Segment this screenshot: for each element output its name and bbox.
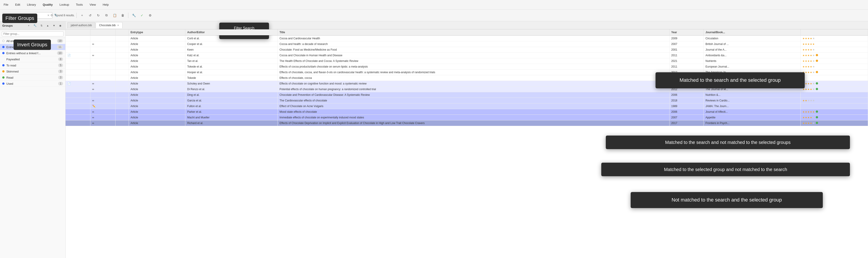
toolbar-add-btn[interactable]: ＋ [79, 12, 86, 19]
row-stars: ★★★★★ [800, 121, 868, 126]
menu-edit[interactable]: Edit [14, 2, 22, 7]
search-icon: 🔍 [5, 13, 8, 17]
menu-view[interactable]: View [88, 2, 97, 7]
row-icon2: ∞ [90, 121, 115, 126]
toolbar-settings-btn[interactable]: 🔧 [130, 12, 137, 19]
col-author[interactable]: Author/Editor [185, 29, 278, 35]
toolbar-gear-btn[interactable]: ⚙ [147, 12, 154, 19]
row-icon2 [90, 75, 115, 81]
group-item-skimmed[interactable]: Skimmed 3 [0, 68, 65, 74]
group-label-to-read: To read [6, 64, 58, 67]
search-box[interactable]: 🔍 ✕ ⚙ 🔧 [3, 12, 53, 19]
row-author: Scholey and Owen [185, 81, 278, 87]
group-item-all-entries[interactable]: All entries 19 [0, 38, 65, 44]
row-author: Tokede et al. [185, 64, 278, 70]
group-count-paywalled: 8 [58, 57, 63, 61]
group-label-no-file: Entries without a linked f... [6, 52, 57, 55]
sidebar-up-btn[interactable]: ▲ [45, 23, 51, 28]
search-clear-icon[interactable]: ✕ [47, 14, 50, 17]
col-icons3 [115, 29, 129, 35]
table-row[interactable]: Article Ding et al. Chocolate and Preven… [66, 92, 868, 98]
row-journal: Nutrition &... [704, 92, 801, 98]
row-entrytype: Article [129, 81, 185, 87]
row-journal: Nutrients [704, 58, 801, 64]
found-results-text: Found 8 results. [55, 14, 74, 17]
col-year[interactable]: Year [669, 29, 704, 35]
table-row[interactable]: Article Tokede et al. Effects of cocoa p… [66, 64, 868, 70]
row-icon2 [90, 35, 115, 41]
table-row[interactable]: ∞ Article Macht and Mueller Immediate ef… [66, 115, 868, 121]
matched-both-tooltip: Matched to the search and the selected g… [655, 72, 805, 88]
row-entrytype: Article [129, 103, 185, 109]
sidebar-add-btn[interactable]: + [26, 23, 31, 28]
row-title: Mood state effects of chocolate [278, 109, 669, 115]
tab-chocolate-close[interactable]: ✕ [117, 24, 119, 27]
search-options-icon[interactable]: ⚙ [51, 13, 53, 17]
sidebar-filter-btn[interactable]: 🔧 [32, 23, 38, 28]
table-header-row: Entrytype Author/Editor Title Year Journ… [66, 29, 868, 35]
menu-tools[interactable]: Tools [74, 2, 84, 7]
sidebar-expand-btn[interactable]: ◉ [58, 23, 63, 28]
table-row[interactable]: 📄 ∞ Article Katz et al. Cocoa and Chocol… [66, 53, 868, 58]
row-icon3 [115, 53, 129, 58]
tab-chocolate[interactable]: Chocolate.bib ✕ [96, 22, 122, 28]
table-row[interactable]: ∞ Article Richard et al. Effects of Choc… [66, 121, 868, 126]
toolbar-redo-btn[interactable]: ↻ [95, 12, 102, 19]
row-icon2: ∞ [90, 109, 115, 115]
tab-jabref-authors[interactable]: jabref-authors.bib [67, 22, 95, 28]
sidebar-invert-btn[interactable]: ⇅ [39, 23, 44, 28]
menu-lookup[interactable]: Lookup [58, 2, 70, 7]
row-icon1 [66, 75, 90, 81]
table-row[interactable]: Article Tan et al. The Health Effects of… [66, 58, 868, 64]
table-row[interactable]: ∞ Article Garcia et al. The Cardiovascul… [66, 98, 868, 103]
col-entrytype[interactable]: Entrytype [129, 29, 185, 35]
toolbar-delete-btn[interactable]: 🗑 [119, 12, 126, 19]
row-journal: JAMA: The Journ... [704, 103, 801, 109]
group-count-no-group: 11 [57, 45, 63, 49]
group-search-input[interactable] [2, 31, 64, 36]
group-item-read[interactable]: Read 3 [0, 74, 65, 80]
group-item-no-group[interactable]: Entries without a group 11 [0, 44, 65, 50]
table-row[interactable]: ✏️ Article Fulton et al. Effect of Choco… [66, 103, 868, 109]
col-title[interactable]: Title [278, 29, 669, 35]
group-item-no-file[interactable]: Entries without a linked f... 10 [0, 50, 65, 56]
sidebar-down-btn[interactable]: ▼ [51, 23, 57, 28]
toolbar-copy-btn[interactable]: ⧉ [103, 12, 110, 19]
row-icon3 [115, 70, 129, 75]
menu-file[interactable]: File [2, 2, 10, 7]
row-icon1 [66, 87, 90, 92]
row-icon2: ∞ [90, 81, 115, 87]
row-icon3 [115, 64, 129, 70]
row-year: 2021 [669, 58, 704, 64]
group-dot-to-read [2, 64, 4, 66]
col-journal[interactable]: Journal/Book... [704, 29, 801, 35]
table-row[interactable]: Article Keen Chocolate: Food as Medicine… [66, 47, 868, 53]
row-stars: ★★★★★ [800, 115, 868, 121]
table-row[interactable]: ∞ Article Parker et al. Mood state effec… [66, 109, 868, 115]
search-input[interactable] [9, 13, 47, 17]
group-item-paywalled[interactable]: Paywalled 8 [0, 56, 65, 62]
toolbar-check-btn[interactable]: ✓ [138, 12, 146, 19]
row-journal: Journal of the A... [704, 47, 801, 53]
group-item-to-read[interactable]: To read 5 [0, 62, 65, 68]
table-row[interactable]: ∞ Article Cooper et al. Cocoa and health… [66, 41, 868, 47]
table-row[interactable]: Article Corti et al. Cocoa and Cardiovas… [66, 35, 868, 41]
menu-library[interactable]: Library [26, 2, 37, 7]
menu-help[interactable]: Help [101, 2, 110, 7]
row-year: 2011 [669, 53, 704, 58]
toolbar-undo-btn[interactable]: ↺ [87, 12, 94, 19]
menu-quality[interactable]: Quality [41, 2, 54, 7]
row-icon3 [115, 41, 129, 47]
row-stars: ★★★★★ [800, 64, 868, 70]
group-dot-skimmed [2, 70, 4, 72]
row-entrytype: Article [129, 121, 185, 126]
row-icon3 [115, 115, 129, 121]
toolbar-paste-btn[interactable]: 📋 [111, 12, 118, 19]
row-author: Di Renzo et al. [185, 87, 278, 92]
tab-jabref-authors-label: jabref-authors.bib [71, 24, 92, 27]
group-item-used[interactable]: Used 1 [0, 80, 65, 87]
tabs-bar: jabref-authors.bib Chocolate.bib ✕ [66, 21, 868, 29]
row-icon1: 📄 [66, 53, 90, 58]
group-list: All entries 19 Entries without a group 1… [0, 38, 65, 258]
row-year: 2018 [669, 98, 704, 103]
